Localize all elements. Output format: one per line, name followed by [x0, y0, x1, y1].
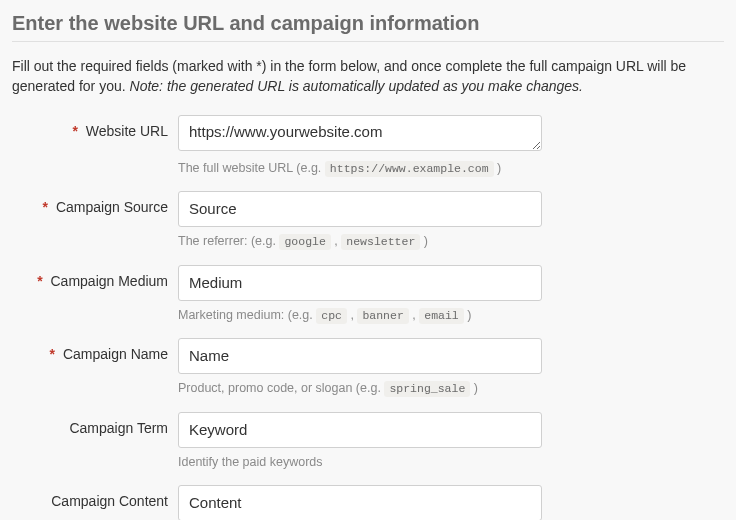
hint-text-suffix: )	[474, 381, 478, 395]
hint-code: spring_sale	[384, 381, 470, 397]
label-campaign-source: * Campaign Source	[12, 191, 178, 215]
divider	[12, 41, 724, 42]
hint-campaign-name: Product, promo code, or slogan (e.g. spr…	[178, 380, 542, 398]
hint-text: Product, promo code, or slogan (e.g.	[178, 381, 384, 395]
row-website-url: * Website URL https://www.yourwebsite.co…	[12, 115, 724, 178]
intro-note: Note: the generated URL is automatically…	[130, 78, 583, 94]
hint-text: Marketing medium: (e.g.	[178, 308, 316, 322]
required-marker: *	[50, 346, 55, 362]
hint-text: Identify the paid keywords	[178, 455, 323, 469]
campaign-name-input[interactable]	[178, 338, 542, 374]
hint-website-url: The full website URL (e.g. https://www.e…	[178, 160, 542, 178]
row-campaign-term: Campaign Term Identify the paid keywords	[12, 412, 724, 472]
required-marker: *	[72, 123, 77, 139]
hint-campaign-term: Identify the paid keywords	[178, 454, 542, 472]
hint-campaign-source: The referrer: (e.g. google , newsletter …	[178, 233, 542, 251]
hint-code: https://www.example.com	[325, 161, 494, 177]
hint-text-suffix: )	[424, 234, 428, 248]
label-text: Campaign Term	[69, 420, 168, 436]
label-campaign-term: Campaign Term	[12, 412, 178, 436]
label-text: Website URL	[86, 123, 168, 139]
label-campaign-content: Campaign Content	[12, 485, 178, 509]
website-url-input[interactable]: https://www.yourwebsite.com	[178, 115, 542, 151]
campaign-form: * Website URL https://www.yourwebsite.co…	[12, 115, 724, 520]
hint-code: banner	[357, 308, 408, 324]
required-marker: *	[37, 273, 42, 289]
row-campaign-name: * Campaign Name Product, promo code, or …	[12, 338, 724, 398]
page-title: Enter the website URL and campaign infor…	[12, 12, 724, 35]
campaign-source-input[interactable]	[178, 191, 542, 227]
campaign-content-input[interactable]	[178, 485, 542, 520]
label-text: Campaign Content	[51, 493, 168, 509]
campaign-term-input[interactable]	[178, 412, 542, 448]
campaign-medium-input[interactable]	[178, 265, 542, 301]
row-campaign-medium: * Campaign Medium Marketing medium: (e.g…	[12, 265, 724, 325]
hint-text: The referrer: (e.g.	[178, 234, 279, 248]
hint-text-suffix: )	[497, 161, 501, 175]
hint-code: google	[279, 234, 330, 250]
required-marker: *	[43, 199, 48, 215]
intro-text: Fill out the required fields (marked wit…	[12, 56, 724, 97]
label-text: Campaign Source	[56, 199, 168, 215]
label-text: Campaign Name	[63, 346, 168, 362]
row-campaign-content: Campaign Content Use to differentiate ad…	[12, 485, 724, 520]
label-campaign-medium: * Campaign Medium	[12, 265, 178, 289]
hint-code: email	[419, 308, 464, 324]
hint-text: The full website URL (e.g.	[178, 161, 325, 175]
label-text: Campaign Medium	[51, 273, 169, 289]
hint-campaign-medium: Marketing medium: (e.g. cpc , banner , e…	[178, 307, 542, 325]
hint-text-suffix: )	[467, 308, 471, 322]
hint-code: newsletter	[341, 234, 420, 250]
hint-code: cpc	[316, 308, 347, 324]
row-campaign-source: * Campaign Source The referrer: (e.g. go…	[12, 191, 724, 251]
label-website-url: * Website URL	[12, 115, 178, 139]
label-campaign-name: * Campaign Name	[12, 338, 178, 362]
